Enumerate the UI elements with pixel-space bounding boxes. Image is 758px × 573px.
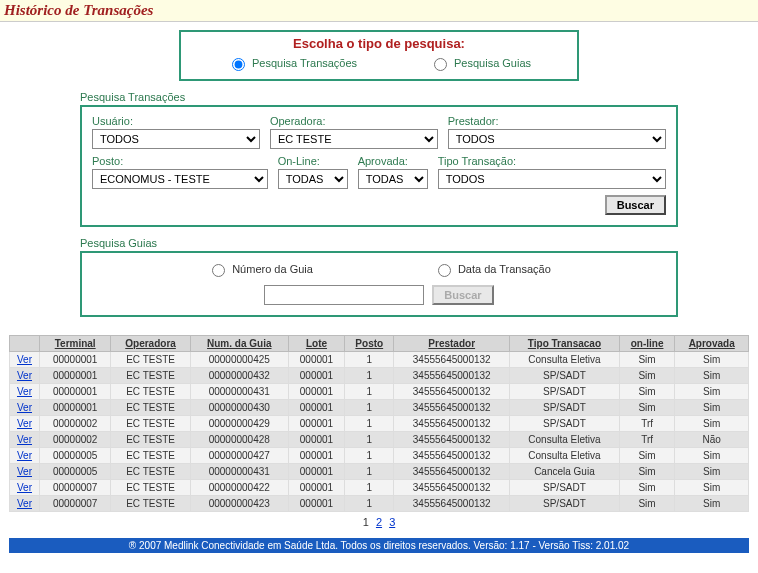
cell-tipo: SP/SADT [510, 416, 620, 432]
tipo-transacao-select[interactable]: TODOS [438, 169, 666, 189]
cell-prestador: 34555645000132 [394, 464, 510, 480]
cell-prestador: 34555645000132 [394, 352, 510, 368]
cell-terminal: 00000005 [40, 448, 111, 464]
cell-num_guia: 00000000431 [190, 384, 288, 400]
th-lote[interactable]: Lote [288, 336, 345, 352]
cell-aprovada: Sim [675, 448, 749, 464]
th-aprovada[interactable]: Aprovada [675, 336, 749, 352]
buscar-transacoes-button[interactable]: Buscar [605, 195, 666, 215]
operadora-select[interactable]: EC TESTE [270, 129, 438, 149]
th-posto[interactable]: Posto [345, 336, 394, 352]
th-prestador[interactable]: Prestador [394, 336, 510, 352]
posto-label: Posto: [92, 155, 268, 167]
usuario-select[interactable]: TODOS [92, 129, 260, 149]
cell-ver: Ver [10, 496, 40, 512]
cell-aprovada: Sim [675, 352, 749, 368]
cell-prestador: 34555645000132 [394, 448, 510, 464]
cell-lote: 000001 [288, 464, 345, 480]
th-online[interactable]: on-line [619, 336, 675, 352]
cell-lote: 000001 [288, 480, 345, 496]
cell-posto: 1 [345, 384, 394, 400]
radio-pesquisa-transacoes-text: Pesquisa Transações [252, 57, 357, 69]
cell-prestador: 34555645000132 [394, 496, 510, 512]
ver-link[interactable]: Ver [17, 418, 32, 429]
pager-page-1: 1 [363, 516, 369, 528]
radio-numero-guia[interactable] [212, 264, 225, 277]
cell-lote: 000001 [288, 496, 345, 512]
posto-select[interactable]: ECONOMUS - TESTE [92, 169, 268, 189]
table-row: Ver00000001EC TESTE000000004300000011345… [10, 400, 749, 416]
cell-posto: 1 [345, 416, 394, 432]
cell-num_guia: 00000000431 [190, 464, 288, 480]
pager-page-3[interactable]: 3 [389, 516, 395, 528]
cell-lote: 000001 [288, 432, 345, 448]
radio-pesquisa-guias[interactable] [434, 58, 447, 71]
ver-link[interactable]: Ver [17, 466, 32, 477]
ver-link[interactable]: Ver [17, 450, 32, 461]
cell-posto: 1 [345, 400, 394, 416]
cell-prestador: 34555645000132 [394, 432, 510, 448]
cell-aprovada: Sim [675, 384, 749, 400]
table-row: Ver00000001EC TESTE000000004250000011345… [10, 352, 749, 368]
radio-pesquisa-transacoes-label[interactable]: Pesquisa Transações [227, 55, 357, 71]
cell-ver: Ver [10, 352, 40, 368]
cell-operadora: EC TESTE [111, 384, 190, 400]
cell-operadora: EC TESTE [111, 416, 190, 432]
th-tipo[interactable]: Tipo Transacao [510, 336, 620, 352]
guia-search-input[interactable] [264, 285, 424, 305]
cell-prestador: 34555645000132 [394, 400, 510, 416]
ver-link[interactable]: Ver [17, 354, 32, 365]
title-bar: Histórico de Transações [0, 0, 758, 22]
ver-link[interactable]: Ver [17, 402, 32, 413]
cell-online: Sim [619, 352, 675, 368]
cell-posto: 1 [345, 464, 394, 480]
cell-posto: 1 [345, 496, 394, 512]
tipo-transacao-label: Tipo Transação: [438, 155, 666, 167]
cell-num_guia: 00000000432 [190, 368, 288, 384]
th-terminal[interactable]: Terminal [40, 336, 111, 352]
cell-lote: 000001 [288, 400, 345, 416]
table-row: Ver00000007EC TESTE000000004230000011345… [10, 496, 749, 512]
transacoes-fieldset: Usuário: TODOS Operadora: EC TESTE Prest… [80, 105, 678, 227]
cell-online: Sim [619, 464, 675, 480]
ver-link[interactable]: Ver [17, 386, 32, 397]
pager-page-2[interactable]: 2 [376, 516, 382, 528]
cell-ver: Ver [10, 464, 40, 480]
radio-pesquisa-transacoes[interactable] [232, 58, 245, 71]
cell-tipo: Consulta Eletiva [510, 448, 620, 464]
cell-terminal: 00000002 [40, 416, 111, 432]
radio-data-transacao-label[interactable]: Data da Transação [433, 261, 551, 277]
ver-link[interactable]: Ver [17, 482, 32, 493]
cell-aprovada: Sim [675, 400, 749, 416]
cell-online: Sim [619, 448, 675, 464]
aprovada-label: Aprovada: [358, 155, 428, 167]
radio-numero-guia-text: Número da Guia [232, 263, 313, 275]
cell-aprovada: Sim [675, 496, 749, 512]
ver-link[interactable]: Ver [17, 434, 32, 445]
radio-numero-guia-label[interactable]: Número da Guia [207, 261, 313, 277]
cell-prestador: 34555645000132 [394, 416, 510, 432]
th-num-guia[interactable]: Num. da Guia [190, 336, 288, 352]
cell-aprovada: Não [675, 432, 749, 448]
table-row: Ver00000001EC TESTE000000004310000011345… [10, 384, 749, 400]
cell-tipo: SP/SADT [510, 400, 620, 416]
cell-online: Sim [619, 368, 675, 384]
radio-pesquisa-guias-label[interactable]: Pesquisa Guias [429, 55, 531, 71]
cell-lote: 000001 [288, 416, 345, 432]
cell-num_guia: 00000000422 [190, 480, 288, 496]
transacoes-legend: Pesquisa Transações [80, 91, 678, 103]
search-type-box: Escolha o tipo de pesquisa: Pesquisa Tra… [179, 30, 579, 81]
cell-tipo: Consulta Eletiva [510, 352, 620, 368]
ver-link[interactable]: Ver [17, 498, 32, 509]
prestador-select[interactable]: TODOS [448, 129, 666, 149]
cell-posto: 1 [345, 432, 394, 448]
cell-ver: Ver [10, 400, 40, 416]
online-select[interactable]: TODAS [278, 169, 348, 189]
th-operadora[interactable]: Operadora [111, 336, 190, 352]
ver-link[interactable]: Ver [17, 370, 32, 381]
buscar-guias-button[interactable]: Buscar [432, 285, 493, 305]
aprovada-select[interactable]: TODAS [358, 169, 428, 189]
cell-operadora: EC TESTE [111, 352, 190, 368]
cell-tipo: Cancela Guia [510, 464, 620, 480]
radio-data-transacao[interactable] [438, 264, 451, 277]
